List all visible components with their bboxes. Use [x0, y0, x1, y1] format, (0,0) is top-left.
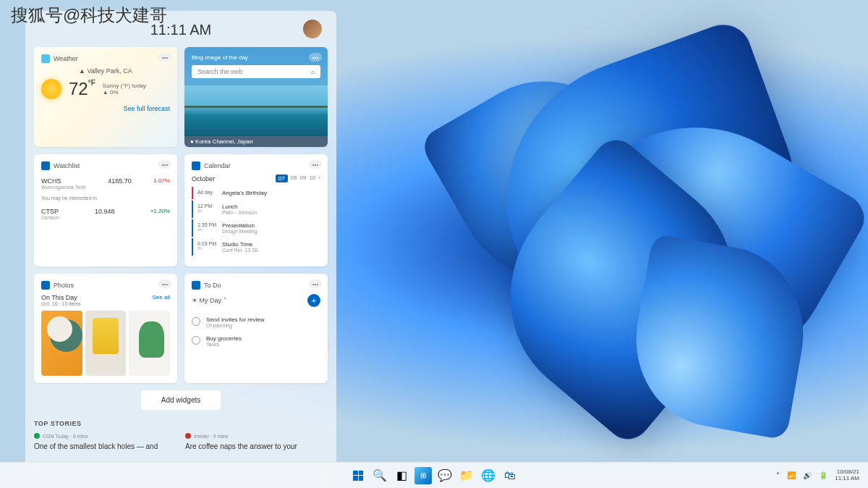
bing-search-input[interactable]: Search the web ⌕ [192, 65, 320, 78]
bing-menu[interactable]: ••• [309, 53, 322, 62]
calendar-menu[interactable]: ••• [309, 160, 322, 169]
cal-day[interactable]: 09 [300, 174, 307, 182]
bing-widget[interactable]: ••• Bing Image of the day Search the web… [184, 47, 328, 147]
todo-checkbox[interactable] [192, 336, 200, 345]
taskbar: 🔍 ◧ ⊞ 💬 📁 🌐 🛍 ˄ 📶 🔊 🔋 10/08/21 11:11 AM [0, 462, 868, 488]
photos-heading: On This Day [41, 294, 81, 301]
user-avatar[interactable] [303, 20, 322, 38]
watermark-text: 搜狐号@科技犬建哥 [11, 4, 167, 27]
widgets-button[interactable]: ⊞ [414, 467, 432, 484]
start-button[interactable] [349, 467, 367, 484]
photo-thumbnail[interactable] [41, 311, 82, 376]
volume-icon[interactable]: 🔊 [803, 471, 812, 479]
weather-forecast-link[interactable]: See full forecast [41, 105, 170, 112]
stocks-menu[interactable]: ••• [158, 160, 171, 169]
weather-location: ▲ Valley Park, CA [41, 67, 170, 75]
todo-item[interactable]: Send invites for reviewOf planning [192, 313, 320, 332]
search-button[interactable]: 🔍 [371, 467, 388, 484]
weather-humidity: ▲ 0% [103, 89, 170, 96]
weather-temp: 72 [69, 79, 88, 98]
wifi-icon[interactable]: 📶 [787, 471, 796, 479]
todo-checkbox[interactable] [192, 317, 200, 326]
source-icon [185, 433, 191, 439]
sun-icon [41, 79, 61, 99]
weather-widget[interactable]: Weather ••• ▲ Valley Park, CA 72°F Sunny… [34, 47, 177, 147]
weather-icon [41, 54, 50, 63]
news-item[interactable]: CGN Today · 8 mins One of the smallest b… [34, 433, 176, 451]
weather-condition: Sunny (°F) today [103, 83, 170, 89]
file-explorer-button[interactable]: 📁 [458, 467, 475, 484]
photos-title: Photos [54, 282, 74, 289]
task-view-button[interactable]: ◧ [393, 467, 410, 484]
photo-thumbnail[interactable] [85, 311, 127, 376]
todo-icon [192, 281, 200, 290]
search-icon: ⌕ [311, 68, 315, 75]
todo-menu[interactable]: ••• [309, 279, 322, 288]
bing-image [184, 85, 328, 136]
stock-row[interactable]: CTSPCentron 10.948 +1.20% [41, 205, 170, 223]
add-widgets-button[interactable]: Add widgets [141, 390, 221, 410]
stocks-widget[interactable]: Watchlist ••• WCHSWonongamela Tech 4185.… [34, 154, 177, 266]
calendar-event[interactable]: All dayAngela's Birthday [192, 187, 320, 199]
source-icon [34, 433, 40, 439]
cal-day[interactable]: 10 [309, 174, 315, 182]
photos-subtitle: Oct. 10 · 13 items [41, 301, 81, 306]
todo-add-button[interactable]: + [307, 294, 320, 307]
calendar-title: Calendar [204, 162, 231, 169]
news-section: TOP STORIES CGN Today · 8 mins One of th… [34, 420, 328, 451]
news-title: TOP STORIES [34, 420, 328, 427]
bing-title: Bing Image of the day [192, 54, 320, 61]
stocks-icon [41, 161, 50, 170]
calendar-event[interactable]: 6:10 PM2hStudio TimeConf Rm. 13.3E [192, 238, 320, 256]
widgets-panel: 11:11 AM Weather ••• ▲ Valley Park, CA 7… [25, 11, 336, 474]
edge-button[interactable]: 🌐 [480, 467, 497, 484]
news-item[interactable]: Insider · 9 mins Are coffee naps the ans… [185, 433, 328, 451]
photos-menu[interactable]: ••• [158, 279, 171, 288]
calendar-widget[interactable]: Calendar ••• October 07 08 09 10 › All d… [184, 154, 328, 266]
store-button[interactable]: 🛍 [501, 467, 519, 484]
calendar-month: October [192, 175, 215, 182]
photos-icon [41, 281, 50, 290]
photo-thumbnail[interactable] [129, 311, 170, 376]
news-headline: Are coffee naps the answer to your [185, 442, 328, 451]
stocks-title: Watchlist [54, 162, 80, 169]
calendar-icon [192, 161, 200, 170]
chat-button[interactable]: 💬 [436, 467, 454, 484]
bing-caption: ● Korea Channel, Japan [184, 136, 328, 147]
photos-see-all[interactable]: See all [153, 294, 170, 306]
weather-title: Weather [54, 55, 78, 62]
battery-icon[interactable]: 🔋 [819, 471, 827, 479]
todo-myday-dropdown[interactable]: ☀ My Day ˅ [192, 297, 227, 304]
cal-day[interactable]: 08 [291, 174, 297, 182]
calendar-event[interactable]: 12 PM2hLunchPlain · Johnson [192, 201, 320, 218]
chevron-up-icon[interactable]: ˄ [776, 471, 780, 479]
cal-nav-next[interactable]: › [318, 174, 320, 182]
stock-suggestion: You may be interested in [41, 195, 170, 201]
todo-title: To Do [204, 282, 221, 289]
calendar-event[interactable]: 1:30 PM2hPresentationDesign Meeting [192, 219, 320, 237]
cal-day-selected[interactable]: 07 [276, 174, 288, 182]
todo-item[interactable]: Buy groceriesTasks [192, 332, 320, 350]
stock-row[interactable]: WCHSWonongamela Tech 4185.70 1.07% [41, 174, 170, 193]
news-headline: One of the smallest black holes — and [34, 442, 176, 451]
photos-widget[interactable]: Photos ••• On This Day Oct. 10 · 13 item… [34, 274, 177, 383]
todo-widget[interactable]: To Do ••• ☀ My Day ˅ + Send invites for … [184, 274, 328, 383]
taskbar-clock[interactable]: 10/08/21 11:11 AM [835, 469, 859, 482]
weather-menu[interactable]: ••• [158, 53, 171, 62]
